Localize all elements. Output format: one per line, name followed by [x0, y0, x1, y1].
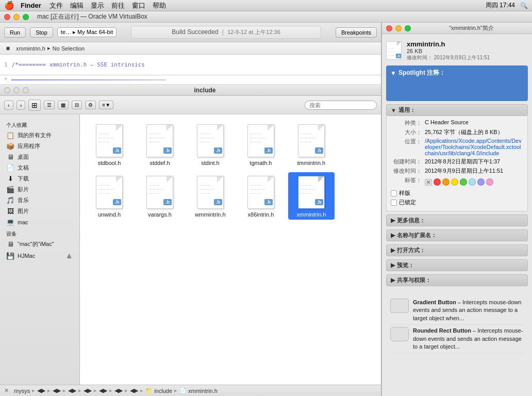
gradient-btn-desc: Gradient Button – Intercepts mouse-down … — [413, 299, 524, 322]
share-header[interactable]: ▶ 共享与权限： — [386, 274, 528, 286]
finder-minimize[interactable] — [13, 87, 20, 93]
traffic-lights — [4, 14, 29, 20]
file-item-wmmintrin[interactable]: — — —— — — —— — — .h wmmintrin.h — [187, 172, 234, 220]
preview-section: ▶ 预览： — [386, 259, 528, 271]
tag-orange[interactable] — [442, 178, 450, 186]
menu-help[interactable]: 帮助 — [153, 1, 166, 10]
info-content: — —— — —— — .h xmmintrin.h 26 KB 修改时间： 2… — [382, 34, 532, 396]
modified2-row: 修改时间： 2012年9月9日星期日上午11:51 — [391, 167, 523, 175]
tag-pink[interactable] — [486, 178, 493, 186]
menu-view[interactable]: 显示 — [91, 1, 104, 10]
path-sep3: ▸ — [63, 387, 66, 394]
info-minimize[interactable] — [395, 25, 402, 31]
path-nav6[interactable]: ◀▶ — [114, 387, 123, 394]
file-item-tmmintrin[interactable]: — — —— — — —— — — .h tmmintrin.h — [288, 121, 335, 168]
sidebar-item-hjmac[interactable]: 💾 HJMac ▲ — [0, 250, 79, 262]
breadcrumb-selection[interactable]: No Selection — [53, 45, 85, 52]
tag-green[interactable] — [460, 178, 467, 186]
forward-button[interactable]: › — [16, 101, 26, 110]
sidebar-item-imac[interactable]: 🖥 "mac"的"iMac" — [0, 239, 79, 250]
path-include[interactable]: 📁include — [145, 387, 172, 394]
path-mysys[interactable]: mysys — [14, 388, 30, 394]
more-info-label: 更多信息： — [397, 217, 425, 224]
tag-remove[interactable]: ✕ — [425, 179, 432, 186]
view-columns-btn[interactable]: ▦ — [58, 101, 69, 109]
view-icons-btn[interactable]: ⊞ — [28, 100, 41, 111]
sidebar-item-downloads[interactable]: ⬇ 下载 — [0, 173, 79, 184]
tag-lightblue[interactable] — [469, 178, 476, 186]
path-close[interactable]: ✕ — [4, 387, 9, 394]
file-item-stdint[interactable]: — — —— — — —— — — .h stdint.h — [187, 121, 234, 168]
sample-checkbox[interactable] — [391, 190, 397, 196]
eject-icon[interactable]: ▲ — [65, 251, 73, 260]
info-maximize[interactable] — [405, 25, 411, 31]
menu-edit[interactable]: 编辑 — [70, 1, 84, 10]
menu-window[interactable]: 窗口 — [132, 1, 145, 10]
preview-header[interactable]: ▶ 预览： — [386, 259, 528, 271]
file-item-stddef[interactable]: — — —— — — —— — — .h stddef.h — [137, 121, 183, 168]
sidebar-label-mac: mac — [18, 219, 28, 225]
view-options-btn[interactable]: ⚙ — [85, 101, 96, 109]
sidebar-item-all-files[interactable]: 📋 我的所有文件 — [0, 130, 79, 141]
file-item-xmmintrin[interactable]: — — —— — — —— — — .h xmmintrin.h — [288, 172, 335, 220]
finder-maximize[interactable] — [23, 87, 29, 93]
file-name-stddef: stddef.h — [149, 160, 170, 166]
sidebar-item-pictures[interactable]: 🖼 图片 — [0, 206, 79, 217]
tag-red[interactable] — [434, 178, 441, 186]
maximize-button[interactable] — [23, 14, 29, 20]
path-nav4[interactable]: ◀▶ — [84, 387, 92, 394]
open-with-header[interactable]: ▶ 打开方式： — [386, 244, 528, 256]
path-nav5[interactable]: ◀▶ — [99, 387, 107, 394]
name-ext-header[interactable]: ▶ 名称与扩展名： — [386, 229, 528, 241]
view-coverflow-btn[interactable]: ⊟ — [72, 101, 82, 109]
lock-checkbox[interactable] — [391, 200, 397, 206]
path-nav7[interactable]: ◀▶ — [130, 387, 138, 394]
file-name-x86intrin: x86intrin.h — [248, 211, 274, 218]
sidebar-item-desktop[interactable]: 🖥 桌面 — [0, 152, 79, 162]
back-button[interactable]: ‹ — [4, 101, 13, 110]
sidebar-item-mac[interactable]: 💻 mac — [0, 217, 79, 227]
sidebar-item-music[interactable]: 🎵 音乐 — [0, 195, 79, 206]
path-sep4: ▸ — [78, 387, 81, 394]
menu-go[interactable]: 前往 — [111, 1, 125, 10]
triangle-share: ▶ — [391, 277, 395, 284]
scheme-label: te… ▸ My Mac 64-bit — [61, 29, 113, 36]
apple-menu-icon[interactable]: 🍎 — [4, 1, 14, 10]
sidebar-item-applications[interactable]: 📦 应用程序 — [0, 141, 79, 152]
location-value[interactable]: /Applications/Xcode.app/Contents/Develop… — [425, 138, 523, 156]
path-nav1[interactable]: ◀▶ — [37, 387, 45, 394]
search-icon[interactable]: 🔍 — [520, 2, 528, 9]
pictures-icon: 🖼 — [6, 207, 14, 215]
breadcrumb-file[interactable]: xmmintrin.h — [16, 45, 45, 52]
file-item-unwind[interactable]: — — —— — — —— — — .h unwind.h — [86, 172, 132, 220]
scheme-selector[interactable]: te… ▸ My Mac 64-bit — [57, 27, 117, 37]
sidebar-item-documents[interactable]: 📄 文稿 — [0, 162, 79, 173]
path-nav2[interactable]: ◀▶ — [53, 387, 61, 394]
path-xmmintrin[interactable]: 📄xmmintrin.h — [179, 387, 218, 394]
file-item-x86intrin[interactable]: — — —— — — —— — — .h x86intrin.h — [238, 172, 284, 220]
view-list-btn[interactable]: ☰ — [44, 101, 55, 109]
info-close[interactable] — [386, 25, 392, 31]
path-nav3[interactable]: ◀▶ — [68, 387, 76, 394]
triangle-icon: ▼ — [390, 70, 396, 77]
movies-icon: 🎬 — [6, 186, 14, 193]
tag-purple[interactable] — [477, 178, 485, 186]
file-item-varargs[interactable]: — — —— — — —— — — .h varargs.h — [137, 172, 183, 220]
finder-close[interactable] — [4, 87, 10, 93]
tag-yellow[interactable] — [451, 178, 458, 186]
sort-btn[interactable]: ≡▼ — [99, 101, 113, 109]
general-section-header[interactable]: ▼ 通用： — [386, 104, 528, 116]
menu-file[interactable]: 文件 — [49, 1, 63, 10]
breakpoints-button[interactable]: Breakpoints — [336, 27, 377, 38]
file-item-tgmath[interactable]: — — —— — — —— — — .h tgmath.h — [238, 121, 284, 168]
stop-button[interactable]: Stop — [30, 27, 53, 38]
search-input[interactable] — [305, 101, 377, 110]
minimize-button[interactable] — [13, 14, 20, 20]
close-button[interactable] — [4, 14, 10, 20]
run-button[interactable]: Run — [4, 27, 26, 38]
preview-label: 预览： — [397, 261, 414, 269]
more-info-header[interactable]: ▶ 更多信息： — [386, 214, 528, 226]
spotlight-body[interactable] — [390, 77, 524, 98]
sidebar-item-movies[interactable]: 🎬 影片 — [0, 184, 79, 195]
file-item-stdbool[interactable]: — — —— — — —— — — .h stdbool.h — [86, 121, 132, 168]
